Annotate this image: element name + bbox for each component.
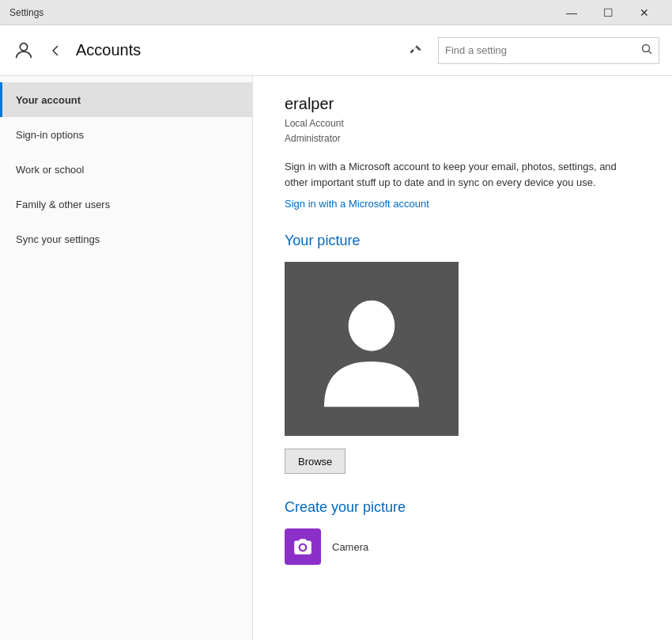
create-picture-title: Create your picture xyxy=(285,499,640,516)
page-title: Accounts xyxy=(76,41,394,59)
sidebar-item-your-account[interactable]: Your account xyxy=(0,82,252,117)
svg-point-0 xyxy=(20,43,27,50)
camera-icon xyxy=(293,536,313,557)
search-input[interactable] xyxy=(445,44,636,56)
app-container: Accounts Your account Sign-in options xyxy=(0,25,672,640)
title-bar: Settings — ☐ ✕ xyxy=(0,0,672,25)
window-controls: — ☐ ✕ xyxy=(553,0,663,25)
avatar-box xyxy=(285,262,459,436)
minimize-button[interactable]: — xyxy=(553,0,590,25)
default-avatar-icon xyxy=(316,286,427,412)
search-icon[interactable] xyxy=(641,44,652,57)
pin-button[interactable] xyxy=(403,38,428,63)
back-button[interactable] xyxy=(44,40,66,62)
camera-item[interactable]: Camera xyxy=(285,528,640,565)
content-area: eralper Local Account Administrator Sign… xyxy=(253,76,672,640)
search-box xyxy=(438,37,659,64)
svg-point-3 xyxy=(349,301,395,351)
app-header: Accounts xyxy=(0,25,672,76)
app-title-label: Settings xyxy=(9,7,43,18)
camera-label: Camera xyxy=(332,541,368,553)
username-label: eralper xyxy=(285,95,640,113)
signin-description: Sign in with a Microsoft account to keep… xyxy=(285,159,640,190)
user-icon xyxy=(13,40,35,62)
account-type-label: Local Account Administrator xyxy=(285,116,640,146)
main-content: Your account Sign-in options Work or sch… xyxy=(0,76,672,640)
sidebar-item-sync-settings[interactable]: Sync your settings xyxy=(0,222,252,256)
browse-button[interactable]: Browse xyxy=(285,449,345,474)
your-picture-title: Your picture xyxy=(285,233,640,249)
svg-point-1 xyxy=(643,45,650,52)
sidebar-item-sign-in-options[interactable]: Sign-in options xyxy=(0,117,252,152)
camera-icon-box xyxy=(285,528,321,565)
svg-line-2 xyxy=(649,51,652,55)
close-button[interactable]: ✕ xyxy=(626,0,663,25)
maximize-button[interactable]: ☐ xyxy=(590,0,626,25)
sidebar-item-family-other-users[interactable]: Family & other users xyxy=(0,187,252,222)
signin-link[interactable]: Sign in with a Microsoft account xyxy=(285,198,429,210)
sidebar: Your account Sign-in options Work or sch… xyxy=(0,76,253,640)
sidebar-item-work-or-school[interactable]: Work or school xyxy=(0,152,252,187)
